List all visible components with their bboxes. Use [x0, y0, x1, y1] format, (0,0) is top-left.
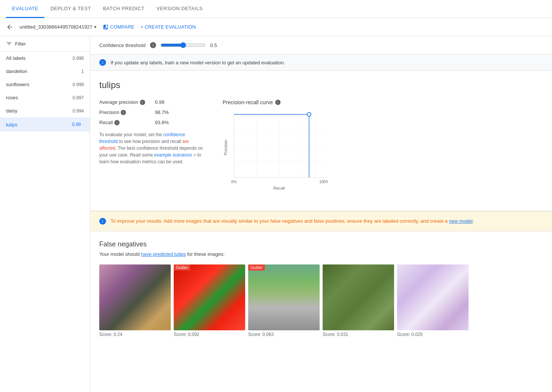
info-banner: i If you update any labels, train a new …: [90, 55, 552, 71]
image-wrapper-4: [397, 264, 469, 330]
average-precision-label: Average precision i: [99, 99, 152, 105]
image-card-0[interactable]: Score: 0.24: [99, 264, 171, 337]
label-name: All labels: [6, 55, 26, 61]
metrics-left: Average precision i 0.99 Precision i 98.…: [99, 99, 205, 193]
image-card-4[interactable]: Score: 0.025: [397, 264, 469, 337]
create-evaluation-button[interactable]: + CREATE EVALUATION: [141, 24, 196, 30]
average-precision-row: Average precision i 0.99: [99, 99, 205, 105]
label-score: 0.996: [73, 56, 84, 61]
label-item-dandelion[interactable]: dandelion 1: [0, 65, 90, 78]
image-grid: Score: 0.24OutlierScore: 0.092OutlierSco…: [99, 264, 543, 337]
image-wrapper-1: Outlier: [174, 264, 245, 330]
label-item-All-labels[interactable]: All labels 0.996: [0, 52, 90, 65]
recall-label: Recall i: [99, 120, 152, 125]
warning-banner-text: To improve your results: Add more images…: [111, 217, 474, 225]
top-tabs: EVALUATE DEPLOY & TEST BATCH PREDICT VER…: [0, 0, 552, 18]
precision-label: Precision i: [99, 109, 152, 115]
filter-icon: [6, 41, 12, 47]
sidebar: Filter All labels 0.996dandelion 1sunflo…: [0, 36, 90, 392]
recall-row: Recall i 93.8%: [99, 120, 205, 125]
x-axis-start: 0%: [231, 180, 237, 184]
label-name: roses: [6, 95, 18, 100]
create-eval-label: + CREATE EVALUATION: [141, 24, 196, 30]
section-title: tulips: [99, 80, 543, 90]
description-text: To evaluate your model, set the confiden…: [99, 131, 205, 165]
recall-value: 93.8%: [155, 120, 169, 125]
filter-header: Filter: [0, 36, 90, 52]
warning-banner-icon: i: [99, 218, 106, 225]
recall-info-icon[interactable]: i: [114, 120, 120, 125]
label-name: dandelion: [6, 68, 27, 74]
image-card-1[interactable]: OutlierScore: 0.092: [174, 264, 245, 337]
new-model-link[interactable]: new model: [449, 218, 473, 224]
label-name: sunflowers: [6, 82, 29, 87]
false-negatives-title: False negatives: [99, 240, 543, 248]
label-name: tulips: [6, 122, 17, 128]
image-card-3[interactable]: Score: 0.031: [323, 264, 394, 337]
y-axis-label: Precision: [224, 140, 228, 155]
have-predicted-link[interactable]: have predicted tulips: [141, 251, 186, 257]
image-score-0: Score: 0.24: [99, 332, 171, 337]
image-card-2[interactable]: OutlierScore: 0.063: [248, 264, 320, 337]
svg-point-8: [307, 112, 311, 116]
label-score: 0.99: [69, 121, 84, 128]
precision-info-icon[interactable]: i: [121, 110, 126, 115]
label-score: 1: [81, 69, 84, 74]
chart-info-icon[interactable]: i: [275, 100, 281, 105]
tab-evaluate[interactable]: EVALUATE: [6, 0, 44, 18]
tab-deploy-test[interactable]: DEPLOY & TEST: [44, 0, 97, 18]
warning-banner: i To improve your results: Add more imag…: [90, 211, 552, 231]
image-wrapper-3: [323, 264, 394, 330]
label-score: 0.994: [73, 108, 84, 114]
chart-wrapper: Precision 0% 100% Recall: [223, 110, 543, 193]
model-selector[interactable]: untitled_33038664495708241927 ▾: [20, 24, 97, 30]
outlier-badge-2: Outlier: [248, 264, 265, 270]
precision-row: Precision i 98.7%: [99, 109, 205, 115]
label-item-sunflowers[interactable]: sunflowers 0.999: [0, 78, 90, 91]
image-score-1: Score: 0.092: [174, 332, 245, 337]
info-banner-text: If you update any labels, train a new mo…: [111, 60, 285, 65]
false-negatives-subtitle: Your model should have predicted tulips …: [99, 251, 543, 257]
model-name: untitled_33038664495708241927: [20, 24, 93, 30]
compare-button[interactable]: COMPARE: [103, 24, 135, 30]
image-score-4: Score: 0.025: [397, 332, 469, 337]
chart-title: Precision-recall curve i: [223, 99, 543, 105]
main-layout: Filter All labels 0.996dandelion 1sunflo…: [0, 36, 552, 392]
image-wrapper-2: Outlier: [248, 264, 320, 330]
image-wrapper-0: [99, 264, 171, 330]
content-area: Confidence threshold i 0.5 i If you upda…: [90, 36, 552, 392]
label-score: 0.997: [73, 95, 84, 100]
slider-container: [161, 42, 206, 48]
confidence-threshold-label: Confidence threshold: [99, 43, 146, 48]
label-item-daisy[interactable]: daisy 0.994: [0, 104, 90, 117]
confidence-threshold-info-icon[interactable]: i: [150, 42, 156, 48]
toolbar: untitled_33038664495708241927 ▾ COMPARE …: [0, 18, 552, 36]
filter-label: Filter: [15, 41, 26, 47]
image-score-3: Score: 0.031: [323, 332, 394, 337]
x-axis-end: 100%: [319, 180, 328, 184]
compare-label: COMPARE: [110, 24, 135, 30]
image-score-2: Score: 0.063: [248, 332, 320, 337]
confidence-threshold-slider[interactable]: [161, 42, 206, 48]
confidence-threshold-value: 0.5: [210, 43, 217, 48]
main-section: tulips Average precision i 0.99 Precisio…: [90, 71, 552, 211]
chart-area: Precision-recall curve i: [223, 99, 543, 193]
outlier-badge-1: Outlier: [174, 264, 190, 270]
label-list: All labels 0.996dandelion 1sunflowers 0.…: [0, 52, 90, 132]
metrics-area: Average precision i 0.99 Precision i 98.…: [99, 99, 543, 193]
tab-version-details[interactable]: VERSION DETAILS: [150, 0, 209, 18]
x-axis-title: Recall: [273, 186, 285, 190]
label-name: daisy: [6, 108, 17, 114]
precision-value: 98.7%: [155, 109, 169, 115]
average-precision-value: 0.99: [155, 99, 164, 105]
label-item-tulips[interactable]: tulips 0.99: [0, 117, 90, 132]
back-button[interactable]: [6, 23, 14, 31]
false-negatives-section: False negatives Your model should have p…: [90, 231, 552, 346]
example-scenarios-link[interactable]: example scenarios: [154, 152, 192, 158]
label-item-roses[interactable]: roses 0.997: [0, 91, 90, 104]
tab-batch-predict[interactable]: BATCH PREDICT: [97, 0, 150, 18]
confidence-threshold-bar: Confidence threshold i 0.5: [90, 36, 552, 55]
dropdown-arrow-icon: ▾: [94, 24, 97, 30]
label-score: 0.999: [73, 82, 84, 87]
average-precision-info-icon[interactable]: i: [140, 100, 145, 105]
